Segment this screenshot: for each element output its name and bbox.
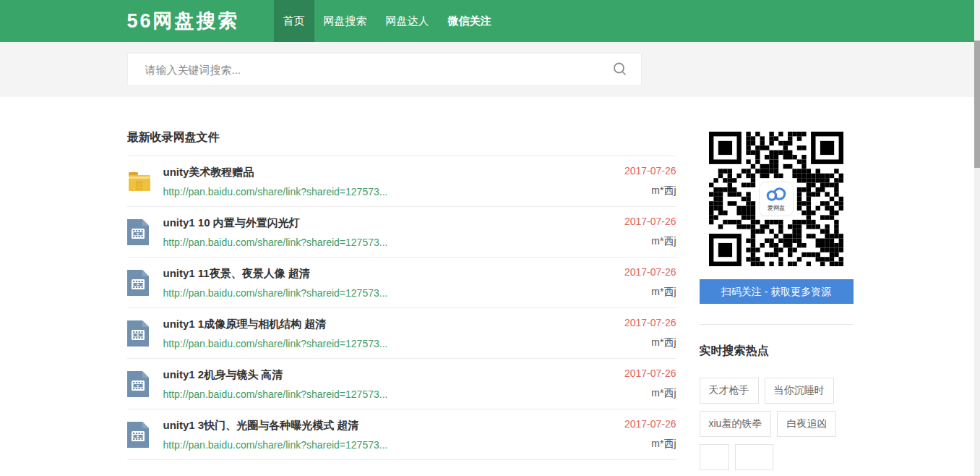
file-date: 2017-07-26 bbox=[624, 266, 676, 278]
file-url-link[interactable]: http://pan.baidu.com/share/link?shareid=… bbox=[163, 237, 388, 248]
sidebar-divider bbox=[700, 324, 854, 325]
search-box bbox=[127, 53, 642, 86]
navbar: 56网盘搜索 首页 网盘搜索 网盘达人 微信关注 bbox=[0, 0, 980, 42]
site-logo[interactable]: 56网盘搜索 bbox=[127, 0, 274, 42]
file-uploader: m*西j bbox=[651, 387, 676, 400]
file-uploader: m*西j bbox=[651, 235, 676, 248]
file-uploader: m*西j bbox=[651, 184, 676, 197]
file-date: 2017-07-26 bbox=[624, 216, 676, 227]
file-uploader: m*西j bbox=[651, 336, 676, 349]
file-list: unity美术教程赠品 http://pan.baidu.com/share/l… bbox=[127, 156, 676, 460]
file-uploader: m*西j bbox=[651, 438, 676, 451]
video-file-icon bbox=[127, 320, 153, 347]
file-url-link[interactable]: http://pan.baidu.com/share/link?shareid=… bbox=[163, 287, 388, 299]
hot-tag[interactable]: 当你沉睡时 bbox=[765, 378, 834, 404]
hot-tag-list: 天才枪手 当你沉睡时 xiu羞的铁拳 白夜追凶 bbox=[700, 378, 854, 470]
search-icon[interactable] bbox=[612, 61, 628, 77]
follow-button[interactable]: 扫码关注 - 获取更多资源 bbox=[700, 279, 854, 304]
file-date: 2017-07-26 bbox=[624, 317, 676, 328]
qr-logo-label: 爱网盘 bbox=[768, 204, 785, 212]
nav-item-wechat-follow[interactable]: 微信关注 bbox=[439, 0, 501, 42]
video-file-icon bbox=[127, 422, 153, 448]
hot-tag[interactable] bbox=[700, 444, 729, 470]
file-date: 2017-07-26 bbox=[624, 165, 676, 177]
hot-tag[interactable] bbox=[735, 444, 773, 470]
qr-center-logo: 爱网盘 bbox=[759, 182, 794, 216]
file-url-link[interactable]: http://pan.baidu.com/share/link?shareid=… bbox=[163, 186, 388, 197]
search-section bbox=[0, 42, 980, 97]
file-title-link[interactable]: unity1 10 内置与外置闪光灯 bbox=[163, 216, 388, 230]
file-title-link[interactable]: unity1 3快门、光圈与各种曝光模式 超清 bbox=[163, 419, 388, 433]
file-title-link[interactable]: unity1 1成像原理与相机结构 超清 bbox=[163, 318, 388, 331]
file-row: unity美术教程赠品 http://pan.baidu.com/share/l… bbox=[127, 156, 676, 207]
file-row: unity1 10 内置与外置闪光灯 http://pan.baidu.com/… bbox=[127, 207, 676, 258]
hot-search-heading: 实时搜索热点 bbox=[700, 344, 854, 359]
file-date: 2017-07-26 bbox=[624, 418, 676, 430]
main-nav: 首页 网盘搜索 网盘达人 微信关注 bbox=[274, 0, 501, 42]
file-url-link[interactable]: http://pan.baidu.com/share/link?shareid=… bbox=[163, 338, 388, 349]
video-file-icon bbox=[127, 219, 153, 245]
file-title-link[interactable]: unity1 2机身与镜头 高清 bbox=[163, 368, 388, 382]
folder-icon bbox=[127, 171, 153, 192]
file-row: unity1 1成像原理与相机结构 超清 http://pan.baidu.co… bbox=[127, 308, 676, 359]
scrollbar-thumb[interactable] bbox=[974, 41, 980, 168]
scrollbar[interactable] bbox=[974, 0, 980, 476]
nav-item-home[interactable]: 首页 bbox=[274, 0, 314, 42]
file-url-link[interactable]: http://pan.baidu.com/share/link?shareid=… bbox=[163, 439, 388, 451]
file-uploader: m*西j bbox=[651, 286, 676, 299]
latest-files-section: 最新收录网盘文件 unity美术教程 bbox=[127, 130, 676, 470]
section-heading: 最新收录网盘文件 bbox=[127, 130, 676, 145]
video-file-icon bbox=[127, 270, 153, 296]
file-title-link[interactable]: unity1 11夜景、夜景人像 超清 bbox=[163, 267, 388, 281]
file-row: unity1 11夜景、夜景人像 超清 http://pan.baidu.com… bbox=[127, 258, 676, 308]
hot-tag[interactable]: 白夜追凶 bbox=[777, 411, 836, 437]
file-title-link[interactable]: unity美术教程赠品 bbox=[163, 166, 388, 179]
file-date: 2017-07-26 bbox=[624, 367, 676, 379]
video-file-icon bbox=[127, 371, 153, 397]
hot-tag[interactable]: xiu羞的铁拳 bbox=[700, 411, 772, 437]
search-input[interactable] bbox=[145, 64, 612, 76]
nav-item-pan-search[interactable]: 网盘搜索 bbox=[314, 0, 377, 42]
file-row: unity1 2机身与镜头 高清 http://pan.baidu.com/sh… bbox=[127, 359, 676, 409]
hot-tag[interactable]: 天才枪手 bbox=[700, 378, 759, 404]
nav-item-pan-experts[interactable]: 网盘达人 bbox=[377, 0, 439, 42]
file-row: unity1 3快门、光圈与各种曝光模式 超清 http://pan.baidu… bbox=[127, 409, 676, 460]
sidebar: 爱网盘 扫码关注 - 获取更多资源 实时搜索热点 天才枪手 当你沉睡时 xiu羞… bbox=[700, 130, 854, 470]
qr-code: 爱网盘 bbox=[700, 130, 854, 268]
file-url-link[interactable]: http://pan.baidu.com/share/link?shareid=… bbox=[163, 388, 388, 400]
cloud-icon bbox=[765, 187, 787, 203]
